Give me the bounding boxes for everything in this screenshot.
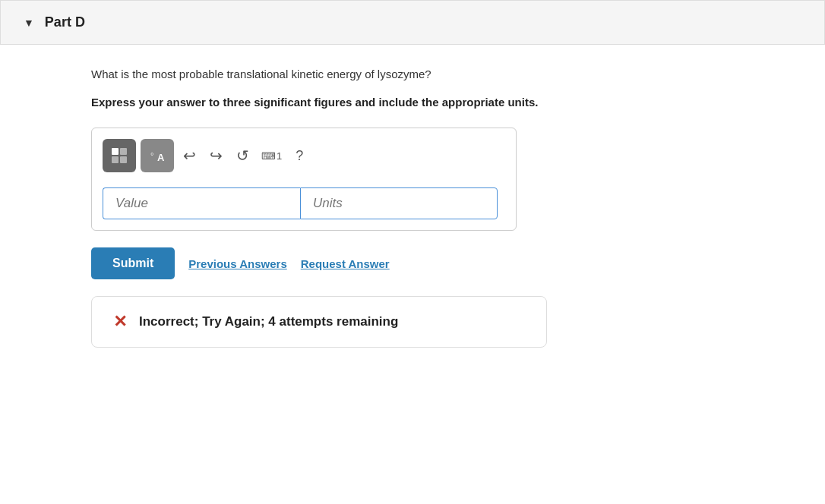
chevron-icon: ▼ — [24, 17, 34, 29]
svg-rect-1 — [120, 148, 127, 155]
answer-box: ° A ↩ ↪ ↺ ⌨ 1 ? — [91, 128, 517, 231]
toolbar: ° A ↩ ↪ ↺ ⌨ 1 ? — [103, 139, 505, 178]
units-input[interactable] — [300, 187, 498, 219]
page-container: ▼ Part D What is the most probable trans… — [0, 0, 825, 504]
instruction-text: Express your answer to three significant… — [91, 94, 734, 112]
action-row: Submit Previous Answers Request Answer — [91, 247, 734, 279]
svg-rect-3 — [120, 156, 127, 163]
template-button-1[interactable] — [103, 139, 136, 172]
submit-button[interactable]: Submit — [91, 247, 175, 279]
symbols-button[interactable]: ° A — [141, 139, 174, 172]
input-row — [103, 187, 505, 219]
error-message: Incorrect; Try Again; 4 attempts remaini… — [139, 314, 398, 329]
previous-answers-button[interactable]: Previous Answers — [188, 257, 287, 270]
svg-text:°: ° — [150, 151, 153, 160]
keyboard-number: 1 — [277, 150, 282, 162]
svg-rect-0 — [112, 148, 119, 155]
question-text: What is the most probable translational … — [91, 66, 734, 83]
redo-button[interactable]: ↪ — [205, 143, 227, 168]
keyboard-button[interactable]: ⌨ 1 — [258, 147, 285, 165]
request-answer-button[interactable]: Request Answer — [301, 257, 390, 270]
part-title: Part D — [45, 14, 85, 30]
help-button[interactable]: ? — [289, 145, 309, 167]
error-icon: ✕ — [113, 312, 127, 332]
svg-rect-2 — [112, 156, 119, 163]
reset-button[interactable]: ↺ — [232, 143, 254, 168]
svg-text:A: A — [157, 152, 165, 163]
part-header: ▼ Part D — [0, 0, 825, 45]
error-box: ✕ Incorrect; Try Again; 4 attempts remai… — [91, 296, 547, 348]
undo-button[interactable]: ↩ — [179, 143, 201, 168]
content-area: What is the most probable translational … — [0, 45, 825, 378]
keyboard-icon: ⌨ — [261, 150, 276, 162]
value-input[interactable] — [103, 187, 300, 219]
